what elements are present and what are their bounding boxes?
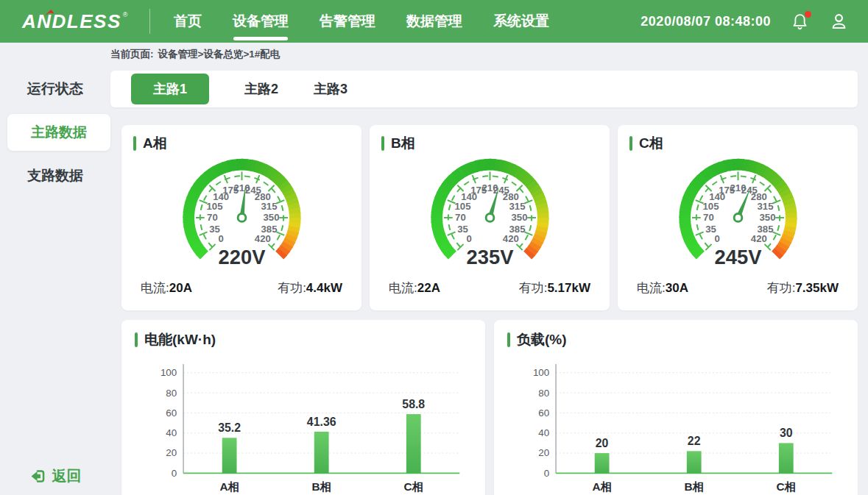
header-right: 2020/08/07 08:48:00	[641, 12, 849, 32]
active-power-stat: 有功:5.17kW	[519, 279, 590, 296]
bar	[779, 443, 794, 473]
bar	[222, 438, 237, 473]
nav-item-device-management[interactable]: 设备管理	[233, 0, 289, 43]
user-menu-button[interactable]	[829, 12, 849, 32]
back-icon	[29, 468, 46, 485]
gauge-card: C相03570105140175210245280315350385420245…	[618, 125, 858, 310]
bar-chart-card: 电能(kW·h)02040608010035.2A相41.36B相58.8C相	[121, 320, 485, 495]
voltage-gauge: 03570105140175210245280315350385420245V	[651, 154, 825, 278]
y-tick-label: 100	[533, 367, 549, 378]
active-power-stat: 有功:7.35kW	[767, 279, 839, 296]
gauge-stats: 电流:20A有功:4.4kW	[133, 279, 350, 296]
gauge-hub	[486, 214, 494, 222]
gauge-title-text: A相	[143, 134, 167, 153]
active-power-value: 4.4kW	[306, 281, 342, 295]
gauge-tick-label: 420	[502, 233, 518, 244]
sidebar: 运行状态主路数据支路数据 返回	[0, 66, 110, 495]
gauge-card: A相03570105140175210245280315350385420220…	[121, 125, 361, 310]
active-power-value: 7.35kW	[795, 281, 839, 295]
nav-item-system-settings[interactable]: 系统设置	[493, 0, 549, 43]
current-stat: 电流:30A	[637, 279, 688, 296]
bar-value-label: 20	[596, 437, 609, 449]
tab-main-circuit-2[interactable]: 主路2	[244, 74, 278, 104]
gauge-tick-label: 350	[759, 212, 775, 223]
bar-value-label: 58.8	[402, 398, 425, 410]
gauge-tick-label: 105	[702, 201, 719, 212]
gauge-value: 245V	[714, 246, 762, 268]
main-nav: 首页设备管理告警管理数据管理系统设置	[174, 0, 549, 43]
current-stat: 电流:20A	[141, 279, 192, 296]
voltage-gauge: 03570105140175210245280315350385420220V	[155, 154, 329, 278]
nav-item-home[interactable]: 首页	[174, 0, 202, 43]
logo[interactable]: ANDLESS®	[22, 12, 129, 31]
gauge-card-title: A相	[133, 134, 350, 153]
tab-bar: 主路1主路2主路3	[110, 71, 858, 107]
notifications-button[interactable]	[791, 13, 808, 31]
bar-value-label: 22	[688, 435, 701, 447]
bar-chart: 02040608010035.2A相41.36B相58.8C相	[135, 355, 464, 495]
current-stat: 电流:22A	[389, 279, 440, 296]
tab-main-circuit-1[interactable]: 主路1	[131, 74, 209, 104]
header-divider	[149, 9, 150, 34]
y-tick-label: 100	[160, 367, 177, 378]
y-tick-label: 20	[166, 448, 177, 459]
gauge-tick-label: 70	[703, 212, 714, 223]
current-value: 20A	[169, 281, 192, 295]
y-tick-label: 60	[166, 407, 177, 419]
gauge-title-text: C相	[639, 134, 663, 153]
gauge-tick-label: 420	[750, 233, 766, 244]
chart-row: 电能(kW·h)02040608010035.2A相41.36B相58.8C相负…	[121, 320, 858, 495]
gauge-hub	[734, 214, 742, 222]
gauge-tick-label: 105	[454, 201, 470, 212]
datetime-display: 2020/08/07 08:48:00	[641, 14, 771, 29]
sidebar-item-running-status[interactable]: 运行状态	[0, 71, 110, 107]
y-tick-label: 60	[538, 407, 549, 419]
gauge-title-text: B相	[391, 134, 415, 153]
logo-text: ANDLESS	[22, 10, 121, 32]
gauge-tick-label: 350	[511, 212, 527, 223]
gauge-tick-label: 0	[714, 233, 719, 244]
active-power-value: 5.17kW	[547, 281, 590, 295]
chart-card-title: 负载(%)	[507, 330, 844, 349]
sidebar-item-branch-circuit-data[interactable]: 支路数据	[0, 157, 110, 194]
chart-card-title: 电能(kW·h)	[135, 330, 472, 349]
title-accent-bar	[507, 332, 510, 347]
current-label: 电流:	[141, 281, 169, 295]
gauge-stats: 电流:30A有功:7.35kW	[629, 279, 846, 296]
bar-value-label: 30	[780, 427, 793, 439]
gauge-card-title: C相	[629, 134, 846, 153]
breadcrumb: 当前页面: 设备管理>设备总览>1#配电	[0, 43, 868, 66]
sidebar-item-main-circuit-data[interactable]: 主路数据	[7, 114, 110, 151]
page-layout: 运行状态主路数据支路数据 返回 主路1主路2主路3 A相035701051401…	[0, 66, 868, 495]
active-power-label: 有功:	[767, 281, 796, 295]
top-header: ANDLESS® 首页设备管理告警管理数据管理系统设置 2020/08/07 0…	[0, 0, 868, 43]
gauge-row: A相03570105140175210245280315350385420220…	[121, 125, 858, 310]
nav-item-data-management[interactable]: 数据管理	[406, 0, 462, 43]
gauge-tick-label: 35	[705, 224, 716, 235]
y-tick-label: 80	[538, 388, 549, 399]
bar	[687, 451, 702, 473]
current-value: 30A	[666, 281, 688, 295]
voltage-gauge: 03570105140175210245280315350385420235V	[403, 154, 577, 278]
gauge-tick-label: 350	[263, 212, 279, 223]
tab-main-circuit-3[interactable]: 主路3	[314, 74, 347, 104]
active-power-label: 有功:	[278, 281, 306, 295]
gauge-value: 220V	[218, 246, 266, 268]
x-category-label: A相	[592, 480, 611, 493]
y-tick-label: 20	[538, 448, 549, 459]
y-tick-label: 40	[166, 427, 177, 438]
current-value: 22A	[417, 281, 440, 295]
title-accent-bar	[135, 332, 138, 347]
back-button[interactable]: 返回	[0, 466, 110, 486]
title-accent-bar	[381, 136, 384, 151]
user-icon	[829, 12, 849, 32]
nav-item-alarm-management[interactable]: 告警管理	[320, 0, 375, 43]
chart-title-text: 电能(kW·h)	[144, 330, 216, 349]
current-label: 电流:	[389, 281, 417, 295]
gauge-tick-label: 35	[457, 224, 468, 235]
chart-title-text: 负载(%)	[517, 330, 567, 349]
bar	[595, 453, 610, 473]
bar-chart-card: 负载(%)02040608010020A相22B相30C相	[494, 320, 858, 495]
bar	[406, 414, 421, 473]
x-category-label: B相	[684, 480, 703, 493]
